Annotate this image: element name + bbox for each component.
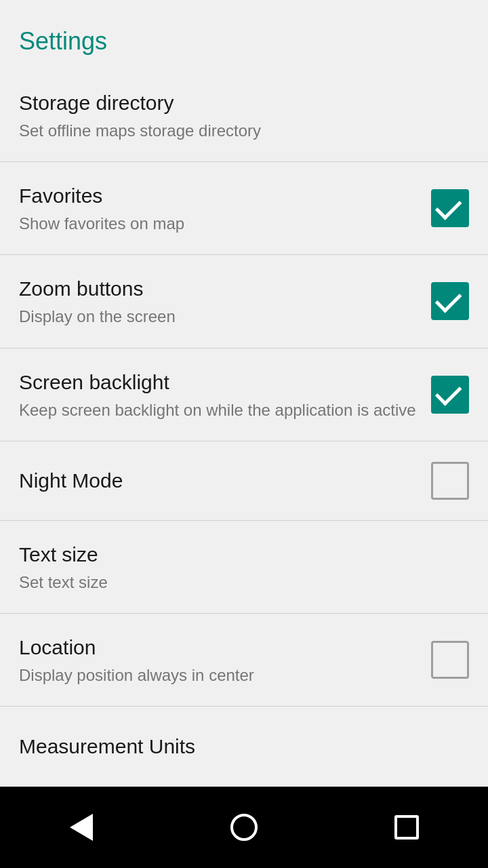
setting-subtitle-zoom-buttons: Display on the screen (19, 306, 418, 327)
setting-subtitle-text-size: Set text size (19, 572, 418, 593)
setting-text: Screen backlight Keep screen backlight o… (19, 369, 431, 420)
nav-recents-button[interactable] (380, 800, 434, 854)
no-control-storage (431, 96, 469, 134)
checkbox-checked-icon (431, 282, 469, 320)
setting-text: Favorites Show favorites on map (19, 182, 431, 234)
checkbox-checked-icon (431, 189, 469, 227)
setting-title-measurement-units: Measurement Units (19, 733, 418, 760)
checkbox-screen-backlight[interactable] (431, 376, 469, 414)
setting-subtitle-storage-directory: Set offline maps storage directory (19, 120, 418, 141)
setting-item-measurement-units[interactable]: Measurement Units (0, 707, 488, 785)
setting-title-zoom-buttons: Zoom buttons (19, 275, 418, 302)
no-control-text-size (431, 548, 469, 586)
no-control-measurement (431, 727, 469, 765)
setting-text: Storage directory Set offline maps stora… (19, 90, 431, 141)
setting-text: Text size Set text size (19, 541, 431, 593)
setting-item-text-size[interactable]: Text size Set text size (0, 521, 488, 614)
setting-title-night-mode: Night Mode (19, 467, 418, 494)
setting-title-favorites: Favorites (19, 182, 418, 209)
home-icon (230, 814, 258, 841)
page-title: Settings (0, 0, 488, 69)
setting-item-zoom-buttons[interactable]: Zoom buttons Display on the screen (0, 255, 488, 348)
checkbox-zoom-buttons[interactable] (431, 282, 469, 320)
back-icon (70, 814, 93, 841)
setting-title-storage-directory: Storage directory (19, 90, 418, 116)
setting-subtitle-location: Display position always in center (19, 665, 418, 686)
checkbox-unchecked-icon (431, 641, 469, 679)
setting-item-location[interactable]: Location Display position always in cent… (0, 614, 488, 707)
checkbox-favorites[interactable] (431, 189, 469, 227)
setting-text: Zoom buttons Display on the screen (19, 275, 431, 327)
setting-title-screen-backlight: Screen backlight (19, 369, 418, 395)
setting-item-favorites[interactable]: Favorites Show favorites on map (0, 162, 488, 255)
setting-subtitle-screen-backlight: Keep screen backlight on while the appli… (19, 399, 418, 420)
checkbox-location[interactable] (431, 641, 469, 679)
checkbox-night-mode[interactable] (431, 462, 469, 500)
setting-subtitle-favorites: Show favorites on map (19, 213, 418, 234)
setting-text: Measurement Units (19, 733, 431, 760)
setting-title-text-size: Text size (19, 541, 418, 568)
setting-title-location: Location (19, 634, 418, 660)
navigation-bar (0, 787, 488, 868)
setting-text: Location Display position always in cent… (19, 634, 431, 686)
checkbox-unchecked-icon (431, 462, 469, 500)
nav-home-button[interactable] (217, 800, 271, 854)
setting-item-screen-backlight[interactable]: Screen backlight Keep screen backlight o… (0, 349, 488, 441)
recents-icon (394, 815, 419, 840)
checkbox-checked-icon (431, 376, 469, 414)
setting-item-night-mode[interactable]: Night Mode (0, 441, 488, 521)
nav-back-button[interactable] (54, 800, 108, 854)
setting-item-storage-directory[interactable]: Storage directory Set offline maps stora… (0, 69, 488, 162)
settings-list: Storage directory Set offline maps stora… (0, 69, 488, 787)
setting-text: Night Mode (19, 467, 431, 494)
